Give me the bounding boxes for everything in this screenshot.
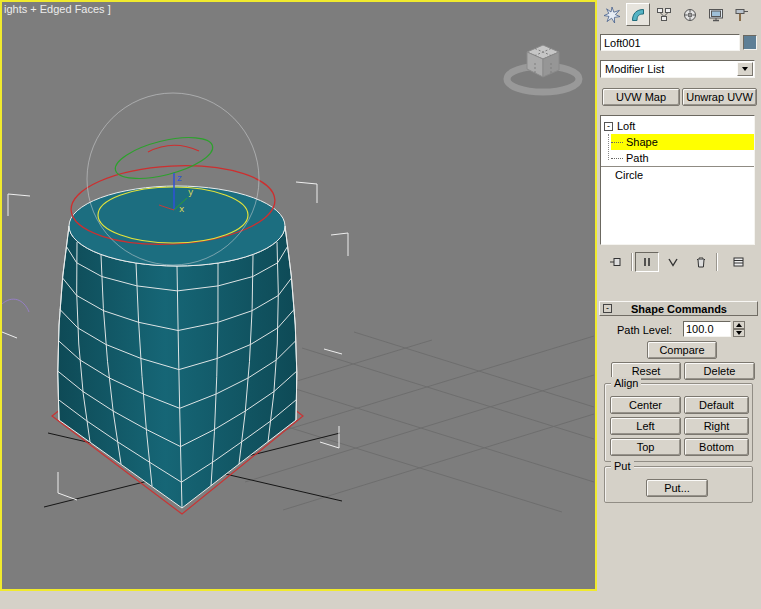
expand-collapse-box[interactable]: - — [604, 122, 613, 131]
align-group: Align Center Default Left Right Top Bott… — [604, 383, 753, 462]
display-monitor-icon — [708, 7, 724, 23]
shape-circle-red-arc — [148, 145, 199, 152]
viewport-scene: z y x — [2, 2, 595, 589]
modify-bend-icon — [630, 7, 646, 23]
tab-motion[interactable] — [678, 3, 702, 26]
delete-button[interactable]: Delete — [684, 362, 755, 380]
3dsmax-window: z y x ights + Edged Faces ] — [0, 0, 761, 609]
motion-wheel-icon — [682, 7, 698, 23]
remove-modifier-trash-icon — [694, 256, 708, 268]
modifier-stack-list[interactable]: - Loft Shape Path Circle — [600, 115, 755, 245]
path-level-input[interactable] — [683, 321, 731, 337]
stack-item-label: Path — [626, 152, 649, 164]
put-group-label: Put — [611, 460, 634, 472]
tab-utilities[interactable] — [730, 3, 754, 26]
create-starburst-icon — [604, 7, 620, 23]
make-unique-button[interactable] — [662, 252, 686, 272]
make-unique-icon — [667, 256, 681, 268]
utilities-hammer-icon — [734, 7, 750, 23]
modifier-list-dropdown[interactable]: Modifier List — [600, 60, 755, 78]
toolbar-separator — [716, 253, 717, 271]
uvw-map-button[interactable]: UVW Map — [602, 88, 680, 106]
rollout-collapse-icon[interactable]: - — [603, 304, 612, 313]
object-color-swatch[interactable] — [743, 35, 757, 50]
unwrap-uvw-button[interactable]: Unwrap UVW — [682, 88, 757, 106]
path-curve-fragment — [2, 299, 29, 312]
viewport-shading-label: ights + Edged Faces ] — [4, 3, 111, 15]
stack-item-label: Loft — [617, 120, 635, 132]
put-button[interactable]: Put... — [646, 479, 708, 497]
hierarchy-icon — [656, 7, 672, 23]
pin-stack-icon — [609, 256, 623, 268]
configure-modifier-sets-icon — [732, 256, 746, 268]
configure-modifier-sets-button[interactable] — [727, 252, 751, 272]
put-group: Put Put... — [604, 466, 753, 503]
toolbar-separator — [631, 253, 632, 271]
perspective-viewport[interactable]: z y x ights + Edged Faces ] — [0, 0, 597, 591]
stack-item-label: Shape — [626, 136, 658, 148]
shape-circle-green[interactable] — [111, 129, 216, 186]
axis-x-label: x — [179, 204, 185, 214]
tab-hierarchy[interactable] — [652, 3, 676, 26]
tree-dots-icon — [611, 142, 623, 143]
axis-y-label: y — [188, 187, 194, 197]
align-group-label: Align — [611, 377, 641, 389]
status-strip — [0, 591, 597, 609]
align-left-button[interactable]: Left — [610, 417, 681, 435]
align-default-button[interactable]: Default — [684, 396, 749, 414]
align-top-button[interactable]: Top — [610, 438, 681, 456]
command-panel-tabs — [600, 3, 754, 26]
show-end-result-icon — [640, 256, 654, 268]
tab-modify[interactable] — [626, 3, 650, 26]
axis-z-label: z — [177, 173, 182, 183]
rollout-title: Shape Commands — [615, 303, 743, 315]
dropdown-arrow-icon[interactable] — [737, 62, 753, 76]
align-right-button[interactable]: Right — [684, 417, 749, 435]
view-gizmo-icon[interactable] — [507, 45, 579, 92]
align-bottom-button[interactable]: Bottom — [684, 438, 749, 456]
stack-toolbar — [600, 249, 755, 275]
stack-item-shape[interactable]: Shape — [601, 134, 754, 150]
tree-dots-icon — [611, 158, 623, 159]
stack-item-loft[interactable]: - Loft — [601, 118, 754, 134]
align-center-button[interactable]: Center — [610, 396, 681, 414]
show-end-result-button[interactable] — [635, 252, 659, 272]
stack-item-label: Circle — [615, 169, 643, 181]
tab-create[interactable] — [600, 3, 624, 26]
pin-stack-button[interactable] — [604, 252, 628, 272]
modifier-list-value: Modifier List — [605, 63, 664, 75]
stack-item-path[interactable]: Path — [601, 150, 754, 166]
object-name-field[interactable] — [600, 34, 740, 51]
rollout-header-shape-commands[interactable]: - Shape Commands — [599, 301, 758, 316]
spinner-up-button[interactable] — [733, 321, 745, 329]
compare-button[interactable]: Compare — [647, 341, 717, 359]
tab-display[interactable] — [704, 3, 728, 26]
stack-item-circle[interactable]: Circle — [601, 166, 754, 182]
remove-modifier-button[interactable] — [689, 252, 713, 272]
path-level-label: Path Level: — [617, 324, 672, 336]
spinner-down-button[interactable] — [733, 329, 745, 337]
command-panel: Modifier List UVW Map Unwrap UVW - Loft … — [597, 0, 761, 609]
